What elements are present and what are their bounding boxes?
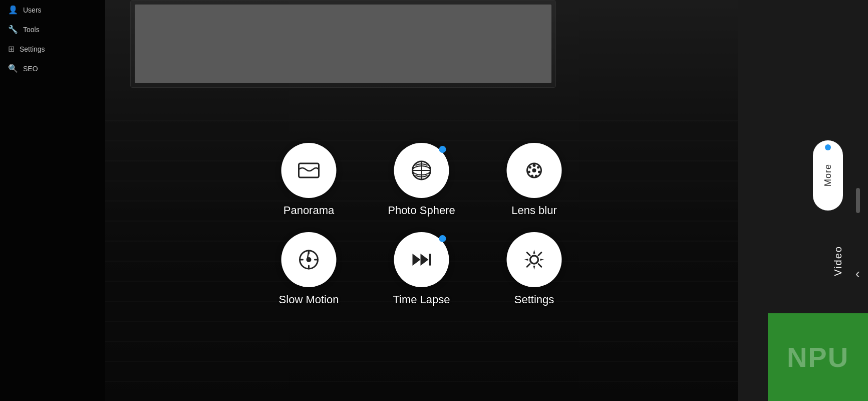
svg-point-6 [533,164,536,167]
time-lapse-circle[interactable] [394,232,449,287]
sidebar-item-users-label: Users [23,6,42,14]
settings-mode-icon [521,247,547,273]
mode-settings[interactable]: Settings [493,232,575,306]
lens-blur-icon [521,157,547,183]
svg-point-13 [532,168,536,172]
lens-blur-circle[interactable] [507,143,562,198]
sidebar-item-tools-label: Tools [23,26,40,34]
svg-marker-16 [413,254,421,266]
time-lapse-label: Time Lapse [393,293,450,306]
svg-point-10 [531,175,533,177]
svg-marker-17 [421,254,429,266]
tools-icon: 🔧 [8,25,18,34]
more-dot [825,144,831,150]
sidebar-menu: 👤 Users 🔧 Tools ⊞ Settings 🔍 SEO [0,0,105,78]
slow-motion-label: Slow Motion [279,293,339,306]
panorama-circle[interactable] [281,143,337,198]
npu-logo-text: NPU [787,341,849,373]
panorama-label: Panorama [283,204,335,217]
more-button[interactable]: More [813,140,843,211]
sidebar-item-settings[interactable]: ⊞ Settings [0,39,105,59]
camera-modes-grid: Panorama Photo Sphere [267,143,575,306]
photo-sphere-dot [439,146,446,153]
sidebar-item-tools[interactable]: 🔧 Tools [0,20,105,39]
svg-point-7 [537,166,539,169]
sidebar-item-settings-label: Settings [20,45,45,53]
mode-panorama[interactable]: Panorama [267,143,350,217]
panorama-icon [296,157,322,183]
users-icon: 👤 [8,5,18,15]
settings-mode-circle[interactable] [507,232,562,287]
svg-point-12 [529,166,531,169]
slow-motion-icon [296,247,322,273]
seo-icon: 🔍 [8,64,18,73]
svg-point-9 [535,175,537,177]
photo-sphere-icon [409,157,435,183]
more-button-label: More [823,164,833,186]
svg-point-11 [528,171,530,173]
mode-photo-sphere[interactable]: Photo Sphere [380,143,463,217]
sidebar-panel: 👤 Users 🔧 Tools ⊞ Settings 🔍 SEO [0,0,105,401]
time-lapse-dot [439,235,446,242]
lens-blur-label: Lens blur [511,204,557,217]
mode-slow-motion[interactable]: Slow Motion [267,232,350,306]
settings-icon: ⊞ [8,44,15,54]
photo-sphere-label: Photo Sphere [388,204,455,217]
slow-motion-circle[interactable] [281,232,337,287]
sidebar-item-seo-label: SEO [23,65,38,73]
chevron-left-icon: ‹ [855,266,860,281]
settings-mode-label: Settings [514,293,554,306]
chevron-back-button[interactable]: ‹ [855,266,860,282]
svg-point-20 [530,256,538,264]
mode-lens-blur[interactable]: Lens blur [493,143,575,217]
time-lapse-icon [409,247,435,273]
sidebar-item-seo[interactable]: 🔍 SEO [0,59,105,78]
sidebar-item-users[interactable]: 👤 Users [0,0,105,20]
mode-time-lapse[interactable]: Time Lapse [380,232,463,306]
video-label[interactable]: Video [832,246,844,276]
scroll-indicator[interactable] [856,188,860,213]
photo-sphere-circle[interactable] [394,143,449,198]
npu-badge: NPU [768,313,868,401]
svg-point-8 [538,171,540,173]
camera-background: Panorama Photo Sphere [105,0,738,401]
svg-rect-18 [429,254,431,266]
